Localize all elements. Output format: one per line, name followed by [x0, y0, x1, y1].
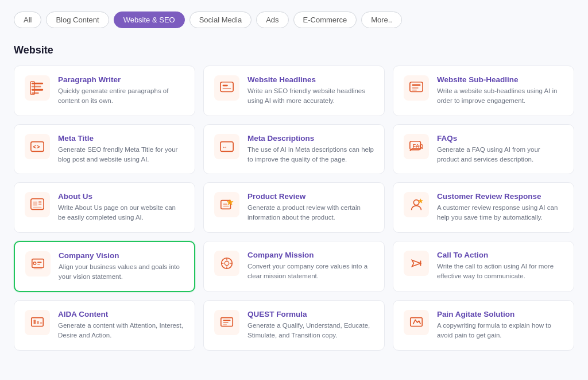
- svg-rect-10: [412, 87, 419, 89]
- filter-tab-social[interactable]: Social Media: [189, 11, 252, 28]
- aida-icon: [25, 310, 50, 335]
- filter-tab-all[interactable]: All: [14, 11, 41, 28]
- card-title-quest-formula: QUEST Formula: [247, 310, 374, 318]
- svg-rect-11: [412, 90, 417, 91]
- card-title-meta-descriptions: Meta Descriptions: [247, 134, 374, 143]
- svg-rect-50: [411, 318, 422, 327]
- quest-icon: [214, 310, 239, 335]
- filter-tab-blog[interactable]: Blog Content: [46, 11, 109, 28]
- filter-tab-more[interactable]: More..: [361, 11, 402, 28]
- card-meta-descriptions[interactable]: ↔ Meta DescriptionsThe use of AI in Meta…: [203, 124, 385, 175]
- svg-rect-22: [33, 207, 42, 208]
- card-company-mission[interactable]: Company MissionConvert your company core…: [203, 241, 385, 293]
- svg-text:<>: <>: [33, 143, 40, 149]
- card-title-pain-agitate-solution: Pain Agitate Solution: [437, 310, 563, 318]
- svg-rect-49: [223, 324, 227, 325]
- svg-rect-6: [223, 85, 228, 86]
- card-paragraph-writer[interactable]: Paragraph WriterQuickly generate entire …: [14, 66, 195, 116]
- card-title-product-review: Product Review: [247, 192, 374, 201]
- svg-rect-7: [223, 88, 231, 89]
- svg-rect-25: [223, 204, 227, 205]
- card-title-website-headlines: Website Headlines: [247, 75, 374, 84]
- card-quest-formula[interactable]: QUEST FormulaGenerate a Qualify, Underst…: [203, 300, 385, 351]
- cards-grid: Paragraph WriterQuickly generate entire …: [14, 66, 574, 351]
- card-title-about-us: About Us: [58, 192, 184, 201]
- product-review-icon: [214, 192, 239, 217]
- card-desc-about-us: Write About Us page on our website can b…: [58, 203, 184, 223]
- customer-review-icon: [404, 192, 429, 217]
- card-desc-quest-formula: Generate a Qualify, Understand, Educate,…: [247, 321, 374, 341]
- meta-desc-icon: ↔: [214, 134, 239, 159]
- svg-rect-48: [223, 322, 229, 323]
- svg-rect-1: [32, 86, 41, 87]
- card-desc-website-headlines: Write an SEO friendly website headlines …: [247, 86, 374, 106]
- company-vision-icon: [25, 251, 51, 277]
- card-aida-content[interactable]: AIDA ContentGenerate a content with Atte…: [14, 300, 195, 351]
- card-desc-meta-descriptions: The use of AI in Meta descriptions can h…: [247, 145, 374, 165]
- card-about-us[interactable]: About UsWrite About Us page on our websi…: [14, 182, 195, 233]
- paragraph-icon: [25, 75, 50, 101]
- card-title-meta-title: Meta Title: [58, 134, 184, 143]
- svg-rect-47: [223, 320, 231, 321]
- card-product-review[interactable]: Product ReviewGenerate a product review …: [203, 182, 385, 233]
- svg-rect-29: [32, 259, 44, 267]
- card-desc-paragraph-writer: Quickly generate entire paragraphs of co…: [58, 86, 184, 106]
- card-title-faqs: FAQs: [437, 134, 563, 143]
- section-title: Website: [14, 44, 574, 56]
- card-website-headlines[interactable]: Website HeadlinesWrite an SEO friendly w…: [203, 66, 385, 116]
- company-mission-icon: [214, 251, 239, 276]
- filter-tab-website-seo[interactable]: Website & SEO: [114, 11, 185, 28]
- svg-rect-9: [412, 85, 421, 86]
- card-faqs[interactable]: FAQ FAQsGenerate a FAQ using AI from you…: [393, 124, 574, 175]
- svg-marker-40: [412, 260, 421, 266]
- card-title-aida-content: AIDA Content: [58, 310, 184, 318]
- card-desc-aida-content: Generate a content with Attention, Inter…: [58, 321, 184, 341]
- card-desc-call-to-action: Write the call to action using AI for mo…: [437, 262, 563, 282]
- card-title-company-mission: Company Mission: [247, 251, 374, 259]
- svg-text:FAQ: FAQ: [413, 143, 424, 148]
- filter-tabs: AllBlog ContentWebsite & SEOSocial Media…: [14, 11, 574, 28]
- svg-rect-3: [32, 92, 39, 94]
- filter-tab-ads[interactable]: Ads: [256, 11, 288, 28]
- card-title-customer-review-response: Customer Review Response: [437, 192, 563, 201]
- card-desc-company-vision: Align your business values and goals int…: [59, 262, 184, 282]
- card-desc-company-mission: Convert your company core values into a …: [247, 262, 374, 282]
- meta-title-icon: <>: [25, 134, 50, 159]
- svg-rect-26: [223, 206, 229, 207]
- card-company-vision[interactable]: Company VisionAlign your business values…: [14, 241, 195, 293]
- svg-rect-19: [33, 201, 37, 205]
- card-meta-title[interactable]: <> Meta TitleGenerate SEO frendly Meta T…: [14, 124, 195, 175]
- svg-rect-32: [37, 264, 40, 265]
- card-title-paragraph-writer: Paragraph Writer: [58, 75, 184, 84]
- about-icon: [25, 192, 50, 217]
- svg-point-35: [225, 261, 229, 265]
- card-title-website-sub-headline: Website Sub-Headline: [437, 75, 563, 84]
- svg-point-30: [33, 262, 36, 264]
- card-website-sub-headline[interactable]: Website Sub-HeadlineWrite a website sub-…: [393, 66, 574, 116]
- card-title-call-to-action: Call To Action: [437, 251, 563, 259]
- svg-rect-0: [32, 83, 43, 85]
- card-desc-pain-agitate-solution: A copywriting formula to explain how to …: [437, 321, 563, 341]
- card-customer-review-response[interactable]: Customer Review ResponseA customer revie…: [393, 182, 574, 233]
- subheadline-icon: [404, 75, 429, 101]
- pain-icon: [404, 310, 429, 335]
- card-desc-faqs: Generate a FAQ using AI from your produc…: [437, 145, 563, 165]
- svg-point-27: [413, 200, 419, 205]
- svg-rect-43: [34, 320, 36, 324]
- card-desc-customer-review-response: A customer review response using AI can …: [437, 203, 563, 223]
- card-title-company-vision: Company Vision: [59, 251, 184, 260]
- svg-rect-21: [38, 204, 42, 205]
- headline-icon: [214, 75, 239, 101]
- svg-text:↔: ↔: [222, 144, 227, 149]
- svg-rect-2: [32, 89, 43, 91]
- filter-tab-ecommerce[interactable]: E-Commerce: [293, 11, 357, 28]
- card-call-to-action[interactable]: Call To ActionWrite the call to action u…: [393, 241, 574, 293]
- svg-rect-20: [38, 201, 42, 202]
- cta-icon: [404, 251, 429, 276]
- card-desc-product-review: Generate a product review with certain i…: [247, 203, 374, 223]
- svg-rect-46: [221, 318, 233, 327]
- faq-icon: FAQ: [404, 134, 429, 159]
- card-pain-agitate-solution[interactable]: Pain Agitate SolutionA copywriting formu…: [393, 300, 574, 351]
- svg-rect-33: [34, 268, 42, 269]
- card-desc-website-sub-headline: Write a website sub-headlines using AI i…: [437, 86, 563, 106]
